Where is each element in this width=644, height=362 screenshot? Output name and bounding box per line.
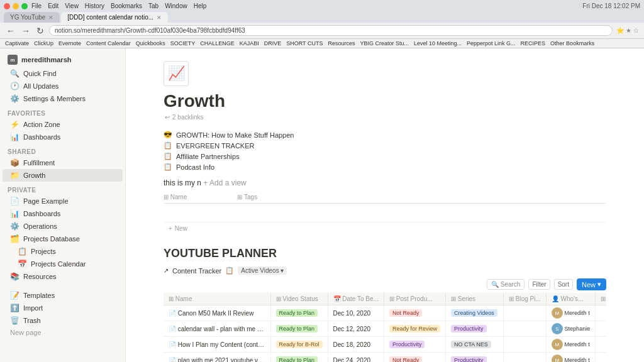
- bookmark-captivate[interactable]: Captivate: [5, 40, 29, 47]
- bookmark-evernote[interactable]: Evernote: [58, 40, 81, 47]
- cell-post: Ready for Review: [384, 321, 445, 337]
- address-bar[interactable]: notion.so/meredithmarsh/Growth-cdf010af0…: [49, 25, 613, 36]
- cell-name[interactable]: 📄 calendar wall - plan with me 2021: [164, 321, 270, 337]
- quickfind-label: Quick Find: [23, 70, 57, 77]
- sidebar-item-dashboards-fav[interactable]: 📊 Dashboards: [3, 131, 123, 143]
- subpage-growth[interactable]: 😎 GROWTH: How to Make Stuff Happen: [164, 129, 606, 140]
- bookmark-resources[interactable]: Resources: [328, 40, 355, 47]
- bookmark-kajabi[interactable]: KAJABI: [240, 40, 259, 47]
- fulfillment-label: Fulfillment: [23, 159, 55, 167]
- add-row-empty[interactable]: + New: [164, 222, 606, 234]
- bookmarks-menu[interactable]: Bookmarks: [111, 3, 142, 9]
- nav-refresh[interactable]: ↻: [35, 26, 45, 36]
- col-tags-header: ⊞ Tags: [237, 194, 257, 200]
- cell-name[interactable]: 📄 plan with me 2021 youtube videos: [164, 353, 270, 363]
- page-backlinks[interactable]: ↩ 2 backlinks: [164, 114, 606, 121]
- settings-label: Settings & Members: [23, 95, 86, 102]
- view-menu[interactable]: View: [65, 3, 79, 9]
- cell-series: Productivity: [445, 321, 503, 337]
- sidebar-item-growth[interactable]: 📁 Growth: [3, 169, 123, 182]
- sidebar-item-allupdates[interactable]: 🕐 All Updates: [3, 80, 123, 92]
- sidebar-item-projectscal[interactable]: 📅 Projects Calendar: [3, 258, 123, 270]
- bookmark-other[interactable]: Other Bookmarks: [550, 40, 594, 47]
- table-row[interactable]: 📄 Canon M50 Mark II Review Ready to Plan…: [164, 305, 606, 321]
- sidebar-item-pageexample[interactable]: 📄 Page Example: [3, 195, 123, 207]
- projects-label: Projects: [31, 248, 56, 255]
- new-label-empty: New: [175, 225, 187, 232]
- cell-who: S Stephanie: [546, 321, 595, 337]
- favorites-section: FAVORITES: [0, 105, 125, 118]
- sidebar-item-trash[interactable]: 🗑️ Trash: [3, 314, 123, 327]
- nav-back[interactable]: ←: [5, 26, 16, 36]
- sidebar-item-quickfind[interactable]: 🔍 Quick Find: [3, 67, 123, 80]
- db-view-tag[interactable]: Active Videos ▾: [238, 266, 287, 275]
- cell-post: Not Ready: [384, 305, 445, 321]
- sidebar-item-projects[interactable]: 📋 Projects: [3, 245, 123, 258]
- avatar: S: [552, 323, 563, 334]
- filter-button[interactable]: Filter: [528, 279, 550, 290]
- bookmark-content-calendar[interactable]: Content Calendar: [86, 40, 131, 47]
- bookmark-society[interactable]: SOCIETY: [170, 40, 196, 47]
- bookmark-quickbooks[interactable]: Quickbooks: [136, 40, 165, 47]
- sidebar-item-dashboards-priv[interactable]: 📊 Dashboards: [3, 207, 123, 220]
- cell-post: Productivity: [384, 337, 445, 353]
- nav-forward[interactable]: →: [20, 26, 31, 36]
- cell-status: Ready to Plan: [270, 305, 328, 321]
- bookmark-pepperpot[interactable]: Pepperpot Link G...: [467, 40, 516, 47]
- table-row[interactable]: 📄 How I Plan my Content (content calen R…: [164, 337, 606, 353]
- subpage-evergreen[interactable]: 📋 EVERGREEN TRACKER: [164, 140, 606, 151]
- allupdates-label: All Updates: [23, 82, 58, 90]
- backlinks-count: 2 backlinks: [172, 114, 203, 121]
- bookmark-challenge[interactable]: CHALLENGE: [200, 40, 235, 47]
- close-button[interactable]: [4, 3, 10, 9]
- db-search-button[interactable]: 🔍 Search: [487, 279, 525, 290]
- minimize-button[interactable]: [13, 3, 19, 9]
- growth-icon: 📁: [10, 171, 19, 180]
- subpage-affiliate[interactable]: 📋 Affiliate Partnerships: [164, 151, 606, 162]
- help-menu[interactable]: Help: [194, 3, 207, 9]
- window-menu[interactable]: Window: [165, 3, 187, 9]
- tab-close-notion[interactable]: ✕: [157, 14, 162, 21]
- sidebar-item-fulfillment[interactable]: 📦 Fulfillment: [3, 156, 123, 169]
- tab-youtube[interactable]: YG YouTube ✕: [4, 12, 60, 23]
- sidebar-item-templates[interactable]: 📝 Templates: [3, 289, 123, 302]
- sidebar-item-actionzone[interactable]: ⚡ Action Zone: [3, 118, 123, 131]
- sidebar-item-import[interactable]: ⬆️ Import: [3, 302, 123, 314]
- fullscreen-button[interactable]: [21, 3, 28, 9]
- sort-button[interactable]: Sort: [554, 279, 573, 290]
- bookmark-recipes[interactable]: RECIPES: [521, 40, 546, 47]
- table-row[interactable]: 📄 calendar wall - plan with me 2021 Read…: [164, 321, 606, 337]
- bookmark-clickup[interactable]: ClickUp: [34, 40, 53, 47]
- tab-close-youtube[interactable]: ✕: [48, 14, 53, 21]
- history-menu[interactable]: History: [85, 3, 104, 9]
- cell-status: Ready to Plan: [270, 321, 328, 337]
- cell-yt1: [596, 337, 606, 353]
- edit-menu[interactable]: Edit: [48, 3, 58, 9]
- content-tracker-name[interactable]: Content Tracker: [172, 267, 221, 275]
- projects-icon: 📋: [18, 247, 27, 256]
- subpage-podcast[interactable]: 📋 Podcast Info: [164, 162, 606, 172]
- new-entry-button[interactable]: New ▾: [577, 278, 606, 290]
- file-menu[interactable]: File: [31, 3, 42, 9]
- growth-label: Growth: [23, 172, 45, 179]
- bookmark-drive[interactable]: DRIVE: [264, 40, 282, 47]
- sidebar-item-projectsdb[interactable]: 🗂️ Projects Database: [3, 233, 123, 245]
- traffic-lights: [4, 3, 28, 9]
- bookmark-level10[interactable]: Level 10 Meeting...: [414, 40, 462, 47]
- cell-series: Productivity: [445, 353, 503, 363]
- actionzone-icon: ⚡: [10, 120, 19, 129]
- cell-name[interactable]: 📄 How I Plan my Content (content calen: [164, 337, 270, 353]
- col-date: 📅 Date To Be...: [328, 293, 384, 305]
- sidebar-user[interactable]: m meredithmarsh: [0, 52, 125, 67]
- bookmark-shortcuts[interactable]: SHORT CUTS: [286, 40, 323, 47]
- table-row[interactable]: 📄 plan with me 2021 youtube videos Ready…: [164, 353, 606, 363]
- sidebar-item-settings[interactable]: ⚙️ Settings & Members: [3, 92, 123, 105]
- tab-menu[interactable]: Tab: [148, 3, 158, 9]
- cell-name[interactable]: 📄 Canon M50 Mark II Review: [164, 305, 270, 321]
- bookmark-ybig[interactable]: YBIG Creator Stu...: [360, 40, 409, 47]
- sidebar-item-resources[interactable]: 📚 Resources: [3, 270, 123, 283]
- add-view-link[interactable]: + Add a view: [203, 178, 246, 187]
- sidebar-item-operations[interactable]: ⚙️ Operations: [3, 220, 123, 233]
- tab-notion[interactable]: [DDD] content calendar notio... ✕: [61, 12, 168, 23]
- new-page-button[interactable]: New page: [3, 327, 123, 338]
